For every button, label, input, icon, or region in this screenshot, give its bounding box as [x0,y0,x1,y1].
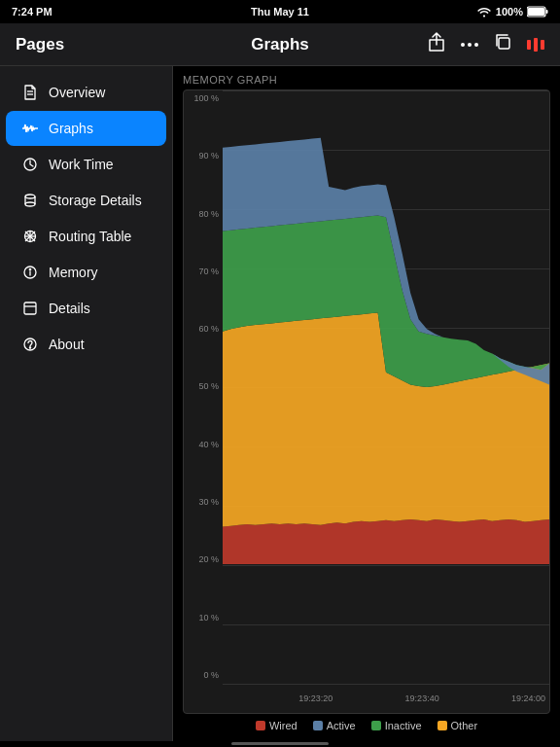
record-bar-3 [541,40,544,50]
y-label-10: 10 % [184,614,223,622]
sidebar-item-label: Memory [49,265,98,280]
svg-rect-1 [528,8,544,16]
wired-swatch [256,721,265,730]
y-label-20: 20 % [184,555,223,564]
sidebar: Overview Graphs Work Time [0,66,173,741]
sidebar-item-label: Overview [49,85,105,100]
x-label-2: 19:23:40 [405,694,439,703]
record-bar-2 [534,38,538,52]
doc-icon [21,84,39,101]
x-axis: 19:23:20 19:23:40 19:24:00 [223,684,549,713]
wired-label: Wired [269,720,298,731]
record-bar-1 [527,40,531,50]
graph-title: MEMORY GRAPH [183,74,550,86]
sidebar-item-overview[interactable]: Overview [6,75,166,110]
sidebar-item-label: Graphs [49,121,93,136]
main-layout: Overview Graphs Work Time [0,66,560,741]
x-label-1: 19:23:20 [298,694,332,703]
info-circle-icon [21,264,39,281]
copy-button[interactable] [490,29,515,59]
graph-container: 100 % 90 % 80 % 70 % 60 % 50 % 40 % 30 %… [183,89,550,714]
sidebar-item-memory[interactable]: Memory [6,255,166,290]
sidebar-item-graphs[interactable]: Graphs [6,111,166,146]
inactive-label: Inactive [385,720,422,731]
svg-point-10 [25,202,35,206]
y-label-100: 100 % [184,94,223,103]
nav-left: Pages [16,35,64,54]
sidebar-item-about[interactable]: About [6,327,166,362]
y-label-70: 70 % [184,267,223,276]
legend-other: Other [438,720,478,731]
clock-icon [21,156,39,173]
wired-area [223,519,549,564]
square-icon [21,300,39,317]
active-label: Active [327,720,356,731]
status-bar: 7:24 PM Thu May 11 100% [0,0,560,23]
waveform-icon [21,120,39,137]
sidebar-item-work-time[interactable]: Work Time [6,147,166,182]
time-label: 7:24 PM [12,6,52,18]
svg-point-18 [29,268,30,269]
grid-line-10 [223,624,549,625]
battery-icon [527,6,548,18]
legend-active: Active [313,720,356,731]
pages-title: Pages [16,35,64,54]
content-area: MEMORY GRAPH 100 % 90 % 80 % 70 % 60 % 5… [173,66,560,741]
share-button[interactable] [424,28,449,60]
dot1 [461,43,465,47]
y-axis: 100 % 90 % 80 % 70 % 60 % 50 % 40 % 30 %… [184,90,223,684]
status-icons: 100% [476,6,548,18]
svg-rect-19 [24,302,36,314]
nav-center-title: Graphs [251,35,309,54]
y-label-80: 80 % [184,210,223,219]
y-label-30: 30 % [184,498,223,507]
sidebar-item-label: Routing Table [49,229,131,244]
record-button[interactable] [527,38,544,52]
other-swatch [438,721,447,730]
sidebar-item-label: Storage Details [49,193,142,208]
sidebar-item-label: About [49,337,85,352]
y-label-50: 50 % [184,382,223,391]
sidebar-item-storage-details[interactable]: Storage Details [6,183,166,218]
questionmark-icon [21,336,39,353]
grid-line-20 [223,565,549,566]
y-label-60: 60 % [184,325,223,334]
active-swatch [313,721,323,730]
svg-point-22 [29,347,30,348]
network-icon [21,228,39,245]
sidebar-item-label: Work Time [49,157,114,172]
status-time: 7:24 PM [12,6,52,18]
legend-inactive: Inactive [371,720,422,731]
y-label-90: 90 % [184,152,223,160]
nav-bar: Pages Graphs [0,23,560,66]
home-indicator-bar [0,741,560,747]
battery-label: 100% [496,6,523,18]
home-indicator [231,742,329,745]
memory-chart-svg [223,90,549,564]
svg-rect-2 [546,10,548,14]
nav-right [424,28,544,60]
legend-wired: Wired [256,720,298,731]
other-label: Other [451,720,478,731]
graph-legend: Wired Active Inactive Other [183,720,550,731]
y-label-0: 0 % [184,671,223,680]
sidebar-item-details[interactable]: Details [6,291,166,326]
wifi-icon [476,6,492,18]
dot3 [474,43,478,47]
sidebar-item-label: Details [49,301,90,316]
status-date: Thu May 11 [251,6,309,18]
sidebar-item-routing-table[interactable]: Routing Table [6,219,166,254]
inactive-swatch [371,721,381,730]
svg-rect-3 [499,38,509,49]
y-label-40: 40 % [184,441,223,449]
svg-point-7 [25,195,35,198]
x-label-3: 19:24:00 [511,694,545,703]
more-button[interactable] [461,43,478,47]
dot2 [468,43,472,47]
cylinder-icon [21,192,39,209]
